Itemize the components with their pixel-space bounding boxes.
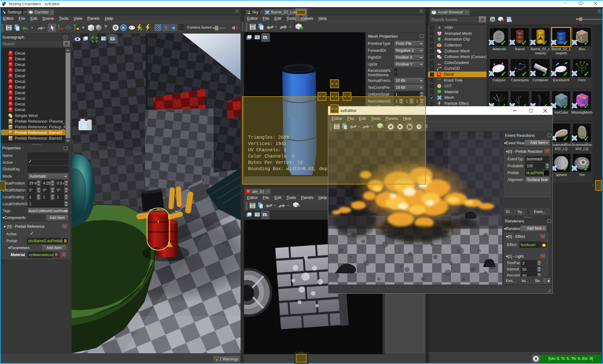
svg-text:nh: nh — [578, 94, 580, 97]
svg-text:Me: Me — [583, 97, 587, 99]
